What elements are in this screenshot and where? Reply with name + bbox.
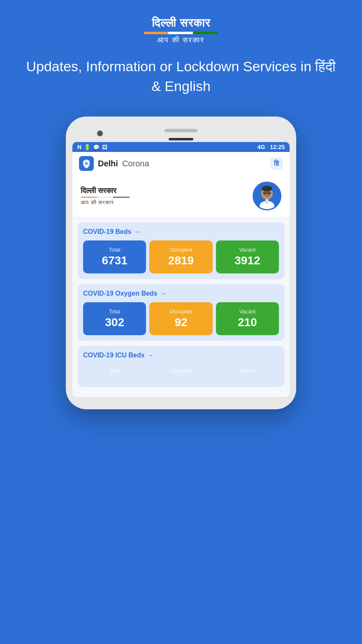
covid-oxygen-beds-vacant-value: 210 <box>238 316 257 329</box>
covid-icu-occupied-box: Occupied <box>149 364 212 385</box>
covid-beds-total-label: Total <box>109 247 120 253</box>
app-title-bold: Delhi <box>98 159 118 168</box>
svg-rect-6 <box>265 199 269 203</box>
covid-icu-beds-title-row: COVID-19 ICU Beds → <box>83 352 279 359</box>
covid-icu-beds-title: COVID-19 ICU Beds <box>83 352 144 359</box>
avatar-image <box>254 183 280 209</box>
covid-icu-partial-row: Total Occupied Vacant <box>83 364 279 385</box>
covid-beds-vacant-label: Vacant <box>239 247 256 253</box>
covid-oxygen-beds-stats: Total 302 Occupied 92 Vacant 210 <box>83 302 279 335</box>
covid-oxygen-beds-total-box: Total 302 <box>83 302 146 335</box>
covid-beds-arrow: → <box>134 228 140 236</box>
phone-top <box>72 125 290 135</box>
battery-icon: 🔋 <box>84 144 90 150</box>
phone-screen: N 🔋 💬 🖼 4G 12:25 <box>72 142 290 397</box>
logo-subtitle: आप की सरकार <box>157 36 204 44</box>
covid-beds-total-value: 6731 <box>102 254 128 267</box>
phone-mockup: N 🔋 💬 🖼 4G 12:25 <box>66 117 296 409</box>
status-bar: N 🔋 💬 🖼 4G 12:25 <box>72 142 290 152</box>
shield-gear-icon <box>81 159 91 168</box>
covid-beds-occupied-box: Occupied 2819 <box>149 240 212 273</box>
phone-speaker <box>165 129 197 132</box>
network-label: 4G <box>258 144 265 150</box>
app-title-regular: Corona <box>122 159 149 168</box>
banner-subtitle: आप की सरकार <box>81 199 130 206</box>
phone-camera <box>97 131 103 136</box>
covid-icu-total-box: Total <box>83 364 146 385</box>
status-left-icons: N 🔋 💬 🖼 <box>77 144 107 150</box>
banner-hindi-title: दिल्ली सरकार <box>81 187 130 195</box>
whatsapp-icon: 💬 <box>93 144 100 150</box>
app-bar-left: Delhi Corona <box>79 156 149 171</box>
covid-beds-occupied-label: Occupied <box>170 247 193 253</box>
app-bar: Delhi Corona हि <box>72 152 290 175</box>
svg-point-4 <box>262 186 272 191</box>
covid-oxygen-beds-arrow: → <box>160 290 167 297</box>
banner-text: दिल्ली सरकार आप की सरकार <box>81 187 130 206</box>
banner-flag-bar <box>81 196 130 198</box>
app-content: COVID-19 Beds → Total 6731 Occupied 2819… <box>72 217 290 397</box>
status-right: 4G 12:25 <box>258 144 285 150</box>
time-label: 12:25 <box>270 144 285 150</box>
covid-oxygen-beds-card[interactable]: COVID-19 Oxygen Beds → Total 302 Occupie… <box>77 284 285 341</box>
lang-button[interactable]: हि <box>270 157 283 170</box>
covid-beds-vacant-box: Vacant 3912 <box>216 240 279 273</box>
covid-beds-title-row: COVID-19 Beds → <box>83 228 279 236</box>
covid-icu-vacant-label: Vacant <box>240 368 255 374</box>
logo-hindi-title: दिल्ली सरकार <box>152 16 210 30</box>
app-logo-banner: दिल्ली सरकार आप की सरकार <box>72 175 290 217</box>
top-section: दिल्ली सरकार आप की सरकार Updates, Inform… <box>0 0 362 117</box>
covid-oxygen-beds-total-value: 302 <box>105 316 124 329</box>
covid-oxygen-beds-title-row: COVID-19 Oxygen Beds → <box>83 290 279 297</box>
covid-oxygen-beds-vacant-label: Vacant <box>239 308 256 315</box>
covid-oxygen-beds-occupied-box: Occupied 92 <box>149 302 212 335</box>
top-logo: दिल्ली सरकार आप की सरकार <box>144 16 218 44</box>
covid-icu-beds-card[interactable]: COVID-19 ICU Beds → Total Occupied Vacan… <box>77 346 285 387</box>
logo-flag-bar <box>144 32 218 34</box>
covid-icu-occupied-label: Occupied <box>171 368 192 374</box>
covid-beds-occupied-value: 2819 <box>168 254 194 267</box>
tagline: Updates, Information or Lockdown Service… <box>0 57 362 96</box>
app-logo-icon <box>79 156 94 171</box>
image-icon: 🖼 <box>102 144 107 150</box>
covid-icu-total-label: Total <box>109 368 120 374</box>
covid-beds-title: COVID-19 Beds <box>83 228 131 236</box>
covid-oxygen-beds-occupied-label: Occupied <box>170 308 193 315</box>
svg-point-1 <box>86 163 87 164</box>
covid-beds-card[interactable]: COVID-19 Beds → Total 6731 Occupied 2819… <box>77 222 285 279</box>
svg-point-8 <box>268 192 270 194</box>
covid-beds-stats: Total 6731 Occupied 2819 Vacant 3912 <box>83 240 279 273</box>
covid-beds-total-box: Total 6731 <box>83 240 146 273</box>
svg-point-7 <box>264 192 266 194</box>
covid-beds-vacant-value: 3912 <box>234 254 260 267</box>
covid-icu-beds-arrow: → <box>147 352 153 359</box>
netflix-icon: N <box>77 144 81 150</box>
covid-oxygen-beds-occupied-value: 92 <box>174 316 187 329</box>
covid-oxygen-beds-vacant-box: Vacant 210 <box>216 302 279 335</box>
covid-oxygen-beds-title: COVID-19 Oxygen Beds <box>83 290 158 297</box>
covid-icu-vacant-box: Vacant <box>216 364 279 385</box>
avatar <box>253 182 281 210</box>
phone-home-bar <box>169 138 193 140</box>
covid-oxygen-beds-total-label: Total <box>109 308 120 315</box>
